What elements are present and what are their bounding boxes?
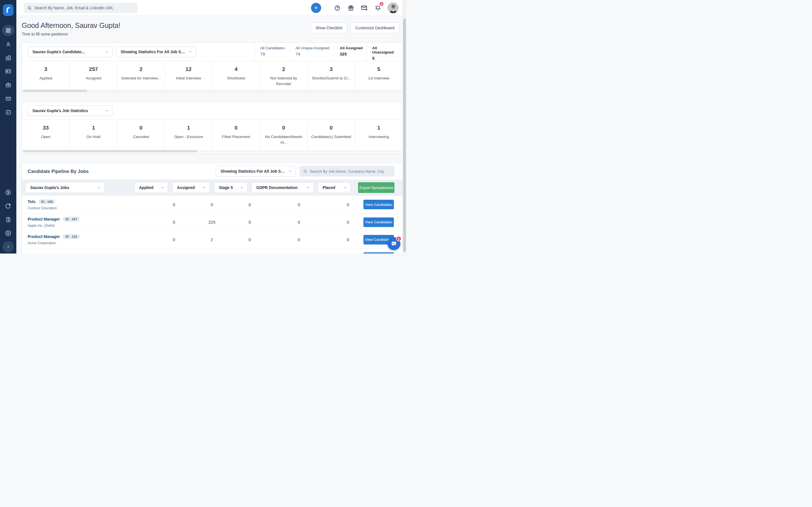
column-dropdown-assigned[interactable]: Assigned	[172, 182, 210, 193]
job-company: Acme Corporation	[28, 241, 128, 245]
contacts-card-icon	[5, 68, 11, 74]
candidate-status-dropdown[interactable]: Showing Statistics For All Job Statuses	[116, 47, 196, 57]
sidebar-item-companies[interactable]	[0, 52, 16, 64]
sidebar-item-contacts[interactable]	[0, 65, 16, 77]
summary-all-unique-assigned[interactable]: All Unique Assigned74	[290, 43, 335, 61]
column-dropdown-stage5[interactable]: Stage 5	[214, 182, 248, 193]
chevron-down-icon	[160, 186, 164, 189]
stat-initial-interview[interactable]: 12Initial Interview	[165, 61, 212, 89]
stat-selected-for-interview[interactable]: 2Selected for Interview...	[117, 61, 165, 89]
whats-new-button[interactable]	[344, 2, 357, 13]
page-scrollbar-thumb[interactable]	[403, 18, 406, 252]
gift-icon	[348, 5, 354, 11]
cell-assigned: 0	[194, 202, 230, 207]
greeting-row: Good Afternoon, Saurav Gupta! Time to fi…	[22, 21, 399, 37]
cell-gdpr: 0	[269, 220, 328, 224]
sidebar-item-placements[interactable]	[0, 186, 16, 199]
cell-applied: 0	[158, 237, 190, 242]
user-avatar[interactable]	[388, 2, 399, 13]
sidebar-expand-button[interactable]	[3, 241, 14, 252]
reports-pie-icon	[5, 203, 11, 209]
export-spreadsheet-button[interactable]: Export Spreadsheet	[358, 182, 395, 193]
help-button[interactable]	[331, 2, 344, 13]
sidebar-item-reports[interactable]	[0, 200, 16, 212]
column-dropdown-gdpr[interactable]: GDPR Documentation	[252, 182, 314, 193]
stat-shortlist-submit[interactable]: 3Shortlist/Submit to Cl...	[307, 61, 355, 89]
compose-email-button[interactable]	[357, 2, 371, 13]
stat-not-selected[interactable]: 2Not Selected by Recruiter	[260, 61, 307, 89]
job-link[interactable]: Product Manager	[28, 234, 60, 239]
stat-first-interview[interactable]: 51st Interview	[355, 61, 402, 89]
sidebar	[0, 0, 16, 253]
candidate-stats-hscrollbar	[23, 90, 402, 92]
view-candidates-button[interactable]: View Candidates	[363, 252, 394, 254]
job-id-badge: ID - 119	[63, 234, 80, 239]
job-company: Apple Inc. (Delhi)	[28, 224, 128, 228]
page-scrollbar	[403, 0, 406, 253]
view-candidates-button[interactable]: View Candidates	[363, 217, 394, 227]
stat-no-candidates[interactable]: 0No Candidates/Needs At...	[260, 120, 307, 150]
summary-all-candidates[interactable]: All Candidates79	[255, 43, 290, 61]
hscrollbar-thumb[interactable]	[23, 150, 197, 152]
sidebar-item-invoices[interactable]	[0, 213, 16, 226]
chevron-down-icon	[105, 109, 109, 113]
view-candidates-button[interactable]: View Candidates	[363, 200, 394, 209]
sidebar-item-calendar[interactable]	[0, 106, 16, 118]
stat-applied[interactable]: 3Applied	[22, 61, 70, 89]
chat-icon	[391, 240, 397, 247]
job-link[interactable]: Tets	[28, 200, 36, 204]
jobs-briefcase-icon	[5, 82, 11, 88]
app-logo[interactable]	[3, 4, 13, 16]
table-row: Product Manager ID - 119 Acme Corporatio…	[22, 231, 402, 248]
pipeline-status-dropdown[interactable]: Showing Statistics For All Job Statuses	[216, 166, 296, 177]
column-dropdown-applied[interactable]: Applied	[134, 182, 168, 193]
sidebar-item-candidates[interactable]	[0, 38, 16, 50]
notifications-button[interactable]: 4	[371, 2, 385, 13]
pipeline-filter-band: Saurav Gupta's Jobs Applied Assigned Sta…	[22, 179, 402, 196]
candidate-owner-dropdown[interactable]: Saurav Gupta's Candidate...	[28, 47, 112, 57]
sidebar-item-jobs[interactable]	[0, 78, 16, 91]
stat-shortlisted[interactable]: 4Shortlisted	[212, 61, 260, 89]
customize-dashboard-button[interactable]: Customize Dashboard	[350, 22, 399, 33]
global-search-input[interactable]	[35, 6, 134, 10]
chevron-down-icon	[97, 186, 101, 189]
dashboard-content: Good Afternoon, Saurav Gupta! Time to fi…	[16, 16, 406, 253]
summary-all-unassigned[interactable]: All Unassigned5	[367, 43, 402, 61]
job-link[interactable]: Product Manager	[28, 217, 60, 221]
chevron-down-icon	[306, 186, 310, 189]
sidebar-item-inbox[interactable]	[0, 93, 16, 105]
hscrollbar-thumb[interactable]	[23, 90, 87, 92]
mail-plus-icon	[361, 4, 368, 11]
cell-stage5: 0	[234, 237, 265, 242]
cell-applied: 0	[158, 202, 190, 207]
stat-candidates-submitted[interactable]: 0Candidate(s) Submitted	[307, 120, 355, 150]
chevron-down-icon	[202, 186, 206, 189]
topbar-divider	[326, 4, 326, 12]
cell-placed: 0	[333, 202, 364, 207]
stat-open-exclusive[interactable]: 1Open - Exclusive	[165, 120, 212, 150]
sidebar-item-dashboard[interactable]	[0, 24, 16, 37]
stat-interviewing[interactable]: 1Interviewing	[355, 120, 402, 150]
quick-add-button[interactable]	[311, 3, 321, 13]
stat-canceled[interactable]: 0Canceled	[117, 120, 165, 150]
chevron-down-icon	[240, 186, 244, 189]
avatar-photo	[388, 3, 399, 13]
job-stats-owner-dropdown[interactable]: Saurav Gupta's Job Statistics	[28, 105, 112, 116]
stat-filled-placement[interactable]: 0Filled Placement	[212, 120, 260, 150]
cell-gdpr: 0	[269, 202, 328, 207]
column-dropdown-placed[interactable]: Placed	[318, 182, 351, 193]
jobs-owner-dropdown[interactable]: Saurav Gupta's Jobs	[26, 182, 105, 193]
stat-open[interactable]: 33Open	[22, 120, 70, 150]
show-checklist-button[interactable]: Show Checklist	[311, 22, 347, 33]
cell-stage5: 0	[234, 220, 265, 224]
chat-launcher[interactable]: 1	[388, 237, 400, 250]
sidebar-item-settings[interactable]	[0, 227, 16, 239]
help-icon	[334, 5, 341, 11]
stat-assigned[interactable]: 257Assigned	[70, 61, 117, 89]
summary-all-assigned[interactable]: All Assigned325	[335, 43, 367, 61]
job-stage-stats: 33Open 1On Hold 0Canceled 1Open - Exclus…	[22, 119, 402, 150]
pipeline-search-input[interactable]	[310, 169, 391, 173]
table-row: Tets ID - 168 Contour Education 0 0 0 0 …	[22, 196, 402, 213]
topbar: 4	[16, 0, 406, 16]
stat-on-hold[interactable]: 1On Hold	[70, 120, 117, 150]
